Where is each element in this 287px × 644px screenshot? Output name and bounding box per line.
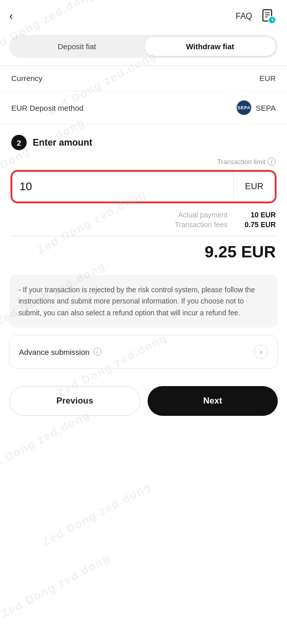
tab-bar: Deposit fiat Withdraw fiat	[9, 35, 278, 58]
total-amount: 9.25 EUR	[204, 243, 276, 261]
deposit-method-label: EUR Deposit method	[11, 104, 84, 112]
transaction-fees-label: Transaction fees	[175, 220, 228, 229]
deposit-method-value-text: SEPA	[256, 104, 276, 112]
transaction-limit: Transaction limit i	[217, 157, 276, 166]
transaction-limit-info-icon[interactable]: i	[268, 157, 276, 166]
info-section: Currency EUR EUR Deposit method SEPA SEP…	[0, 65, 287, 125]
scan-icon-button[interactable]	[259, 7, 278, 26]
currency-row: Currency EUR	[0, 66, 287, 91]
advance-submission-info-icon[interactable]: i	[93, 348, 101, 356]
currency-value-text: EUR	[259, 74, 276, 83]
back-button[interactable]: ‹	[9, 10, 28, 23]
advance-submission-label: Advance submission i	[19, 348, 101, 356]
transaction-fees-value: 0.75 EUR	[235, 220, 276, 229]
transaction-fees-row: Transaction fees 0.75 EUR	[11, 220, 276, 229]
advance-submission-text: Advance submission	[19, 348, 90, 356]
currency-pill: EUR	[233, 172, 275, 202]
amount-input[interactable]	[12, 172, 233, 202]
bottom-bar: Previous Next	[0, 378, 287, 428]
info-box: - If your transaction is rejected by the…	[9, 275, 278, 328]
advance-submission-row[interactable]: Advance submission i ›	[9, 335, 278, 369]
actual-payment-row: Actual payment 10 EUR	[11, 211, 276, 219]
next-button[interactable]: Next	[148, 386, 278, 416]
transaction-limit-label: Transaction limit	[217, 158, 265, 166]
header-right: FAQ	[236, 7, 278, 26]
tab-withdraw-fiat[interactable]: Withdraw fiat	[145, 37, 276, 56]
chevron-right-icon: ›	[254, 345, 268, 359]
tab-deposit-fiat[interactable]: Deposit fiat	[11, 37, 142, 56]
currency-label: Currency	[11, 74, 43, 83]
actual-payment-label: Actual payment	[178, 211, 228, 219]
header: ‹ FAQ	[0, 0, 287, 31]
section-header: 2 Enter amount	[0, 125, 287, 155]
info-box-text: - If your transaction is rejected by the…	[18, 284, 269, 318]
back-icon: ‹	[9, 10, 13, 23]
step-badge: 2	[11, 135, 27, 150]
currency-value: EUR	[259, 74, 276, 83]
deposit-method-row: EUR Deposit method SEPA SEPA	[0, 91, 287, 125]
sepa-badge: SEPA	[236, 99, 252, 116]
section-title: Enter amount	[33, 137, 92, 148]
previous-button[interactable]: Previous	[9, 386, 140, 416]
payment-details: Actual payment 10 EUR Transaction fees 0…	[0, 208, 287, 232]
scan-icon	[261, 9, 276, 24]
deposit-method-value: SEPA SEPA	[236, 99, 276, 116]
actual-payment-value: 10 EUR	[235, 211, 276, 219]
faq-link[interactable]: FAQ	[236, 12, 252, 21]
transaction-limit-row: Transaction limit i	[0, 155, 287, 169]
amount-input-container: EUR	[11, 171, 276, 203]
total-amount-row: 9.25 EUR	[0, 240, 287, 268]
divider	[11, 236, 276, 236]
